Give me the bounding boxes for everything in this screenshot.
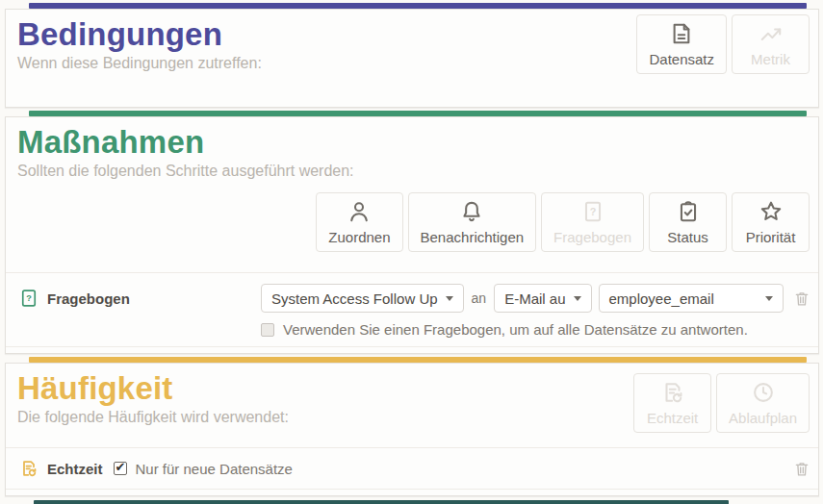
next-section-accent-bar <box>34 500 729 504</box>
fragebogen-button-label: Fragebogen <box>553 229 631 245</box>
trash-icon <box>793 460 810 478</box>
star-icon <box>759 199 784 224</box>
email-field-select-value: employee_email <box>609 290 714 307</box>
actions-title: Maßnahmen <box>17 125 809 160</box>
svg-text:?: ? <box>589 206 596 217</box>
frequency-button-group: Echtzeit Ablaufplan <box>633 373 810 433</box>
survey-select[interactable]: System Access Follow Up <box>261 284 464 313</box>
trash-icon <box>793 290 810 308</box>
caret-down-icon <box>446 296 453 301</box>
document-icon <box>669 21 694 46</box>
section-actions: Maßnahmen Sollten die folgenden Schritte… <box>5 116 819 354</box>
metrik-button: Metrik <box>732 14 810 74</box>
zuordnen-button[interactable]: Zuordnen <box>316 192 402 252</box>
new-records-only-checkbox-label: Nur für neue Datensätze <box>136 461 293 477</box>
svg-text:?: ? <box>26 293 32 303</box>
caret-down-icon <box>765 296 773 301</box>
echtzeit-button: Echtzeit <box>633 373 711 433</box>
question-document-icon: ? <box>19 288 39 309</box>
caret-down-icon <box>574 296 581 301</box>
trend-up-icon <box>759 21 784 46</box>
realtime-row-label: Echtzeit <box>47 461 103 477</box>
status-button[interactable]: Status <box>649 192 727 252</box>
ablaufplan-button: Ablaufplan <box>716 373 810 433</box>
actions-button-group: Zuordnen Benachrichtigen ? <box>6 192 818 252</box>
echtzeit-button-label: Echtzeit <box>647 410 698 426</box>
actions-subtitle: Sollten die folgenden Schritte ausgeführ… <box>17 163 809 180</box>
workflow-rule-editor: Bedingungen Wenn diese Bedingungen zutre… <box>0 3 823 504</box>
status-button-label: Status <box>667 229 708 245</box>
new-records-only-checkbox[interactable] <box>114 462 127 475</box>
send-method-select[interactable]: E-Mail au <box>494 284 591 313</box>
survey-select-value: System Access Follow Up <box>271 290 438 307</box>
realtime-frequency-row: Echtzeit Nur für neue Datensätze <box>6 447 818 490</box>
survey-selects-line: System Access Follow Up an E-Mail au emp… <box>261 284 784 313</box>
fragebogen-button: ? Fragebogen <box>541 192 644 252</box>
question-document-icon: ? <box>580 199 605 224</box>
survey-row-main: System Access Follow Up an E-Mail au emp… <box>261 284 784 338</box>
survey-checkbox-line: Verwenden Sie einen Fragebogen, um auf a… <box>261 321 784 338</box>
survey-row-label: ? Fragebogen <box>19 284 261 313</box>
survey-row-label-text: Fragebogen <box>47 290 130 307</box>
metrik-button-label: Metrik <box>751 51 790 67</box>
zuordnen-button-label: Zuordnen <box>328 229 390 245</box>
person-icon <box>347 199 372 224</box>
datensatz-button-label: Datensatz <box>649 51 714 67</box>
send-method-select-value: E-Mail au <box>504 290 565 307</box>
datensatz-button[interactable]: Datensatz <box>636 14 727 74</box>
respond-all-records-checkbox-label: Verwenden Sie einen Fragebogen, um auf a… <box>283 321 748 338</box>
delete-frequency-button[interactable] <box>793 460 810 478</box>
prioritaet-button[interactable]: Priorität <box>732 192 810 252</box>
email-field-select[interactable]: employee_email <box>599 284 784 313</box>
survey-action-row: ? Fragebogen System Access Follow Up an … <box>6 272 818 347</box>
delete-survey-action-button[interactable] <box>793 290 810 308</box>
conditions-button-group: Datensatz Metrik <box>636 14 810 74</box>
clock-icon <box>751 380 776 405</box>
survey-row-connector: an <box>471 290 488 306</box>
section-frequency: Häufigkeit Die folgende Häufigkeit wird … <box>5 363 819 496</box>
prioritaet-button-label: Priorität <box>746 229 796 245</box>
benachrichtigen-button-label: Benachrichtigen <box>421 229 525 245</box>
respond-all-records-checkbox[interactable] <box>261 323 274 337</box>
document-refresh-icon <box>19 458 39 479</box>
clipboard-check-icon <box>676 199 701 224</box>
bell-icon <box>459 199 484 224</box>
benachrichtigen-button[interactable]: Benachrichtigen <box>408 192 537 252</box>
section-conditions: Bedingungen Wenn diese Bedingungen zutre… <box>5 9 819 108</box>
ablaufplan-button-label: Ablaufplan <box>729 410 797 426</box>
document-refresh-icon <box>660 380 685 405</box>
